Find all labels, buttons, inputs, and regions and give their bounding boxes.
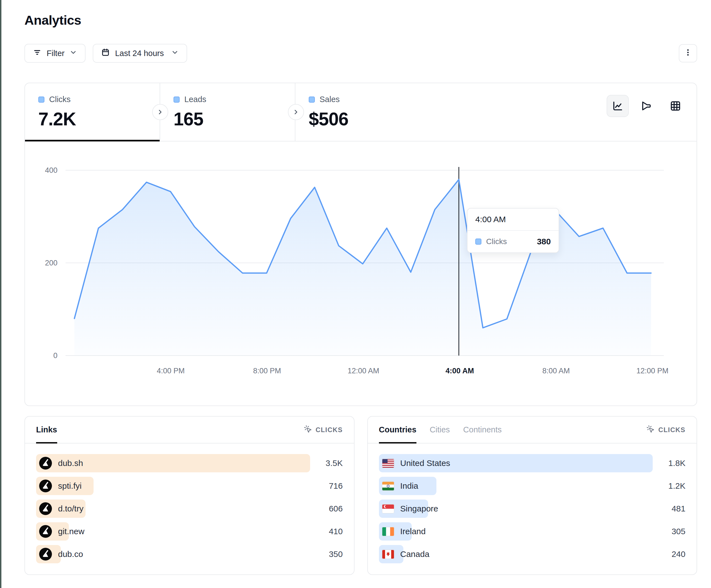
links-panel-tabs: Links (36, 416, 57, 443)
filter-button-label: Filter (47, 49, 64, 58)
chevron-down-icon (69, 48, 77, 58)
x-axis-tick-label: 8:00 PM (253, 367, 281, 375)
toolbar: Filter Last 24 hours (24, 44, 697, 63)
legend-square (38, 96, 44, 103)
row-value: 240 (672, 545, 686, 563)
y-axis-tick-label: 0 (31, 352, 58, 360)
dub-logo-icon (39, 479, 52, 492)
row-label: Ireland (400, 527, 426, 536)
chevron-down-icon (171, 48, 179, 58)
tab-continents[interactable]: Continents (463, 416, 502, 443)
sg-flag-icon (382, 504, 394, 513)
countries-rows: United States1.8KIndia1.2KSingapore481Ir… (368, 444, 697, 574)
countries-panel: CountriesCitiesContinents CLICKS United … (367, 416, 697, 575)
us-flag-icon (382, 459, 394, 468)
more-options-button[interactable] (679, 44, 697, 62)
links-rows: dub.sh3.5Kspti.fyi716d.to/try606git.new4… (25, 444, 354, 574)
tab-cities[interactable]: Cities (430, 416, 450, 443)
row-label: Singapore (400, 504, 438, 513)
countries-panel-header: CountriesCitiesContinents CLICKS (368, 416, 697, 444)
stat-tab-label: Leads (184, 95, 206, 104)
tooltip-metric-label: Clicks (486, 237, 507, 246)
y-axis-tick-label: 200 (31, 259, 58, 267)
chart-area: 4:00 AM Clicks 380 0200400 4:00 PM8:00 P… (25, 166, 696, 384)
stat-tabs: Clicks7.2KLeads165Sales$506 (25, 83, 696, 141)
filter-button[interactable]: Filter (24, 44, 86, 63)
date-range-button[interactable]: Last 24 hours (93, 44, 187, 63)
tab-links[interactable]: Links (36, 416, 57, 443)
x-axis-tick-label: 8:00 AM (542, 367, 570, 375)
x-axis-tick-label: 4:00 PM (157, 367, 185, 375)
row-value: 1.2K (668, 477, 686, 495)
stat-tab-clicks[interactable]: Clicks7.2K (25, 83, 160, 141)
dub-logo-icon (39, 548, 52, 561)
chart-tooltip: 4:00 AM Clicks 380 (467, 208, 559, 253)
country-row-singapore[interactable]: Singapore481 (379, 499, 686, 518)
next-metric-chevron-button[interactable] (152, 104, 168, 120)
row-value: 606 (329, 499, 343, 518)
row-label: Canada (400, 549, 430, 559)
links-metric-selector[interactable]: CLICKS (304, 425, 343, 435)
row-label: dub.sh (58, 458, 83, 468)
country-row-canada[interactable]: Canada240 (379, 545, 686, 563)
funnel-chart-icon[interactable] (635, 95, 658, 117)
row-label: d.to/try (58, 504, 84, 513)
countries-metric-label: CLICKS (658, 426, 686, 434)
x-axis-labels: 4:00 PM8:00 PM12:00 AM4:00 AM8:00 AM12:0… (66, 358, 664, 384)
links-panel-header: Links CLICKS (25, 416, 354, 444)
country-row-united-states[interactable]: United States1.8K (379, 454, 686, 472)
links-panel: Links CLICKS dub.sh3.5Kspti.fyi716d.to/t… (24, 416, 354, 575)
x-axis-tick-label: 4:00 AM (446, 367, 474, 375)
link-row-dub-sh[interactable]: dub.sh3.5K (36, 454, 343, 472)
row-label: United States (400, 458, 450, 468)
row-label: India (400, 481, 418, 491)
dub-logo-icon (39, 502, 52, 515)
links-metric-label: CLICKS (316, 426, 343, 434)
calendar-icon (101, 48, 110, 59)
y-axis-tick-label: 400 (31, 166, 58, 175)
row-value: 350 (329, 545, 343, 563)
link-row-spti-fyi[interactable]: spti.fyi716 (36, 477, 343, 495)
next-metric-chevron-button[interactable] (288, 104, 304, 120)
tooltip-metric-row: Clicks 380 (468, 231, 559, 252)
clicks-area-chart[interactable]: 4:00 AM Clicks 380 0200400 (66, 166, 664, 358)
stat-tab-sales[interactable]: Sales$506 (295, 83, 431, 141)
row-value: 481 (672, 499, 686, 518)
tooltip-metric-value: 380 (537, 237, 551, 246)
cursor-click-icon (304, 425, 312, 435)
row-value: 1.8K (668, 454, 686, 472)
x-axis-tick-label: 12:00 PM (636, 367, 669, 375)
filter-lines-icon (33, 48, 42, 59)
line-chart-icon[interactable] (607, 95, 629, 117)
in-flag-icon (382, 481, 394, 491)
table-view-icon[interactable] (664, 95, 687, 117)
tooltip-time: 4:00 AM (468, 208, 559, 231)
cursor-click-icon (646, 425, 655, 435)
countries-metric-selector[interactable]: CLICKS (646, 425, 686, 435)
page-title: Analytics (24, 13, 697, 28)
country-row-india[interactable]: India1.2K (379, 477, 686, 495)
link-row-d-to-try[interactable]: d.to/try606 (36, 499, 343, 518)
country-row-ireland[interactable]: Ireland305 (379, 522, 686, 541)
kebab-menu-icon (684, 48, 692, 59)
link-row-dub-co[interactable]: dub.co350 (36, 545, 343, 563)
x-axis-tick-label: 12:00 AM (348, 367, 379, 375)
row-value: 716 (329, 477, 343, 495)
ie-flag-icon (382, 527, 394, 536)
dub-logo-icon (39, 457, 52, 470)
dub-logo-icon (39, 525, 52, 538)
stat-tab-leads[interactable]: Leads165 (160, 83, 295, 141)
row-label: dub.co (58, 549, 83, 559)
stat-tab-value: 7.2K (38, 109, 159, 130)
row-label: spti.fyi (58, 481, 82, 491)
ca-flag-icon (382, 550, 394, 559)
breakdown-panels: Links CLICKS dub.sh3.5Kspti.fyi716d.to/t… (24, 416, 697, 588)
legend-square (475, 239, 481, 245)
link-row-git-new[interactable]: git.new410 (36, 522, 343, 541)
chart-view-controls (607, 95, 687, 117)
row-value: 3.5K (326, 454, 343, 472)
date-range-label: Last 24 hours (115, 49, 164, 58)
stat-tab-value: 165 (173, 109, 295, 130)
row-label: git.new (58, 527, 84, 536)
tab-countries[interactable]: Countries (379, 416, 416, 443)
